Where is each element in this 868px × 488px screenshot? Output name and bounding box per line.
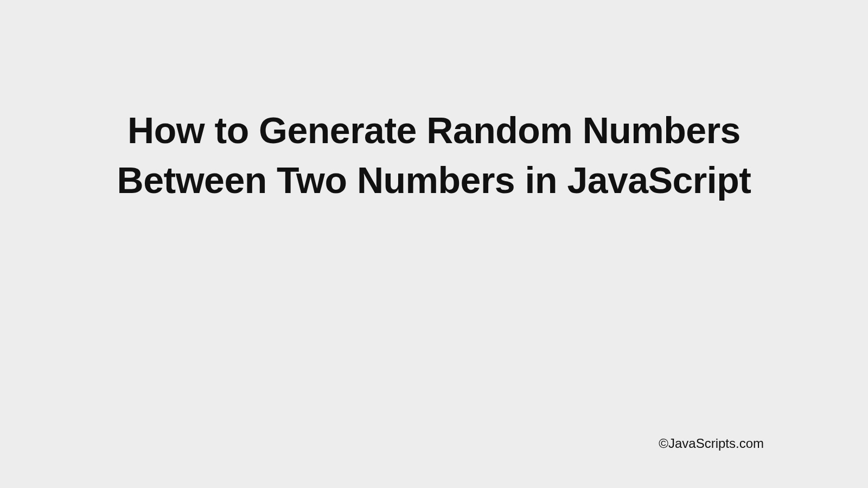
attribution-text: ©JavaScripts.com	[659, 436, 764, 451]
page-title: How to Generate Random Numbers Between T…	[0, 106, 868, 206]
